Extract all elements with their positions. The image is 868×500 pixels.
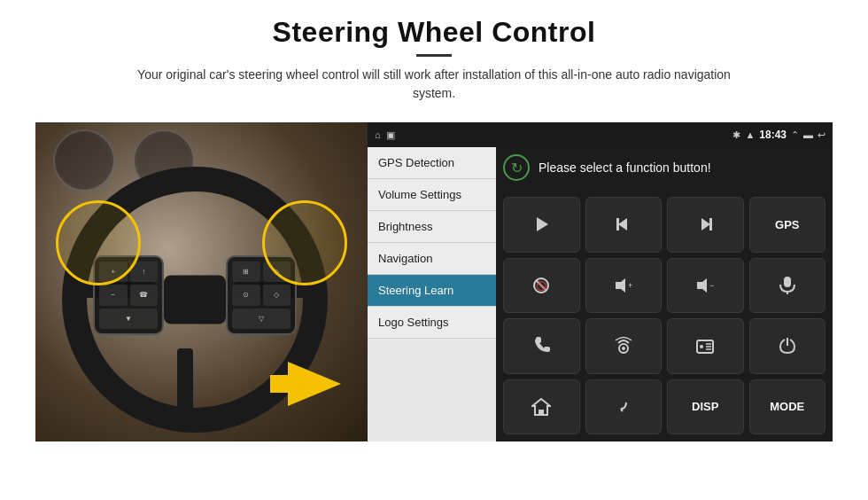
wifi-icon: ▲	[745, 129, 755, 140]
head-unit-screen: ⌂ ▣ ✱ ▲ 18:43 ⌃ ▬ ↩ GPS Detection	[368, 122, 833, 441]
page-title: Steering Wheel Control	[124, 16, 744, 49]
title-section: Steering Wheel Control Your original car…	[124, 16, 744, 115]
svg-text:+: +	[628, 281, 632, 290]
mic-button[interactable]	[749, 258, 826, 314]
vol-down-button[interactable]: −	[667, 258, 744, 314]
skip-forward-button[interactable]	[667, 197, 744, 253]
power-button[interactable]	[749, 318, 826, 374]
mini-btn: −	[99, 285, 128, 305]
bluetooth-icon: ✱	[732, 129, 740, 141]
hu-main: GPS Detection Volume Settings Brightness…	[368, 147, 833, 441]
status-time: 18:43	[759, 129, 787, 141]
radio2-button[interactable]	[667, 318, 744, 374]
refresh-icon[interactable]: ↻	[503, 154, 530, 181]
panel-header-text: Please select a function button!	[539, 160, 711, 175]
phone-button[interactable]	[503, 318, 580, 374]
svg-rect-23	[539, 410, 544, 415]
mini-btn: ☎	[130, 285, 159, 305]
gps-button[interactable]: GPS	[749, 197, 826, 253]
disp-button[interactable]: DISP	[667, 379, 744, 435]
menu-item-steering-learn[interactable]: Steering Learn	[368, 275, 496, 307]
svg-point-15	[622, 347, 625, 350]
menu-item-logo[interactable]: Logo Settings	[368, 307, 496, 339]
svg-rect-2	[616, 218, 619, 230]
back-button[interactable]	[585, 379, 663, 435]
mode-button[interactable]: MODE	[749, 379, 826, 435]
screenshot-status-icon: ▣	[386, 129, 395, 141]
status-bar: ⌂ ▣ ✱ ▲ 18:43 ⌃ ▬ ↩	[368, 122, 833, 147]
menu-item-navigation[interactable]: Navigation	[368, 243, 496, 275]
menu-item-volume[interactable]: Volume Settings	[368, 179, 496, 211]
status-bar-left: ⌂ ▣	[375, 129, 395, 141]
mute-button[interactable]: 🚫	[503, 258, 580, 314]
svg-rect-12	[784, 277, 791, 287]
content-area: + ↑ − ☎ ▼ ⊞ ◇ ⊙ ◇ ▽	[35, 122, 833, 441]
highlight-right	[262, 200, 347, 285]
svg-point-17	[700, 345, 703, 348]
back-nav-icon: ↩	[818, 129, 825, 141]
yellow-arrow	[270, 362, 341, 406]
mini-btn: ▼	[99, 309, 158, 329]
mini-btn: ▽	[232, 309, 291, 329]
vol-up-button[interactable]: +	[585, 258, 663, 314]
radio-button[interactable]	[585, 318, 663, 374]
page-container: Steering Wheel Control Your original car…	[0, 0, 868, 500]
svg-marker-10	[697, 278, 707, 293]
svg-marker-8	[616, 278, 625, 293]
home-button[interactable]	[503, 379, 580, 435]
menu-item-brightness[interactable]: Brightness	[368, 211, 496, 243]
status-bar-right: ✱ ▲ 18:43 ⌃ ▬ ↩	[732, 129, 825, 141]
subtitle: Your original car's steering wheel contr…	[124, 66, 744, 103]
sw-spoke-bottom	[177, 348, 193, 419]
panel-header: ↻ Please select a function button!	[503, 154, 825, 186]
play-button[interactable]	[503, 197, 580, 253]
svg-marker-0	[537, 217, 548, 231]
highlight-left	[56, 200, 141, 285]
hu-function-panel: ↻ Please select a function button!	[496, 147, 833, 441]
skip-back-button[interactable]	[585, 197, 663, 253]
mini-btn: ⊞	[232, 262, 260, 282]
title-divider	[416, 54, 452, 57]
home-status-icon: ⌂	[375, 129, 381, 140]
svg-text:🚫: 🚫	[536, 280, 547, 292]
function-button-grid: GPS 🚫 +	[503, 197, 825, 434]
svg-text:−: −	[709, 281, 714, 290]
steering-wheel-image: + ↑ − ☎ ▼ ⊞ ◇ ⊙ ◇ ▽	[35, 122, 368, 441]
arrow-head	[288, 362, 341, 406]
svg-rect-4	[709, 218, 712, 230]
svg-marker-3	[701, 218, 710, 230]
sw-center-hub	[164, 276, 226, 324]
menu-item-gps[interactable]: GPS Detection	[368, 147, 496, 179]
mini-btn: ⊙	[232, 285, 260, 305]
svg-marker-1	[618, 218, 627, 230]
mini-btn: ◇	[263, 285, 291, 305]
battery-icon: ▬	[803, 129, 813, 140]
hu-menu: GPS Detection Volume Settings Brightness…	[368, 147, 496, 441]
expand-icon: ⌃	[791, 129, 799, 141]
